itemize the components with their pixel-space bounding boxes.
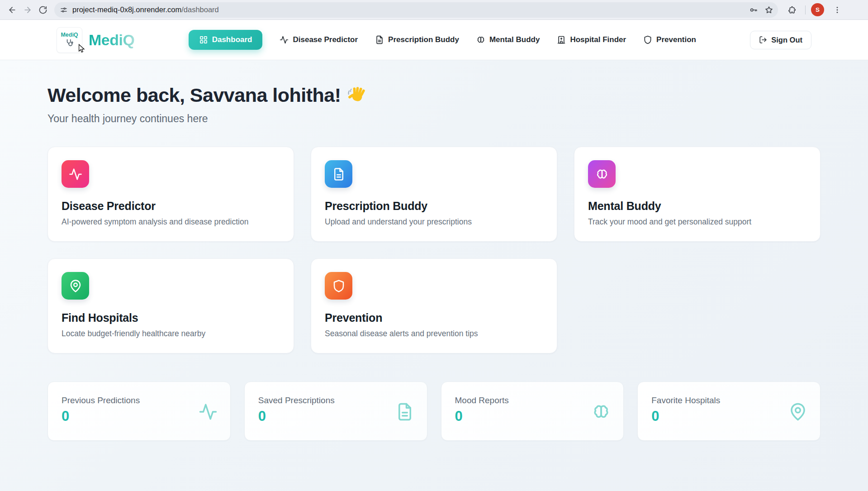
sign-out-label: Sign Out xyxy=(771,36,802,44)
card-title: Find Hospitals xyxy=(62,311,280,324)
nav-item-mental-buddy[interactable]: Mental Buddy xyxy=(476,35,540,44)
stat-mood-reports: Mood Reports 0 xyxy=(441,381,624,441)
file-icon xyxy=(395,402,414,423)
stat-saved-prescriptions: Saved Prescriptions 0 xyxy=(244,381,427,441)
map-pin-icon xyxy=(62,272,89,300)
grid-icon xyxy=(199,35,208,44)
url-domain: project-mediq-0x8j.onrender.com xyxy=(72,5,181,14)
browser-toolbar: project-mediq-0x8j.onrender.com/dashboar… xyxy=(0,0,868,20)
card-description: AI-powered symptom analysis and disease … xyxy=(62,217,280,227)
waving-hand-icon xyxy=(347,86,367,105)
brain-icon xyxy=(476,35,485,44)
mouse-cursor xyxy=(77,43,87,53)
nav-item-hospital-finder[interactable]: Hospital Finder xyxy=(557,35,626,44)
back-button[interactable] xyxy=(5,2,20,18)
card-disease-predictor[interactable]: Disease Predictor AI-powered symptom ana… xyxy=(47,147,294,242)
key-icon xyxy=(749,5,758,14)
feature-grid: Disease Predictor AI-powered symptom ana… xyxy=(47,147,821,353)
card-description: Seasonal disease alerts and prevention t… xyxy=(325,329,543,338)
stat-value: 0 xyxy=(455,408,610,424)
page-title: Welcome back, Savvana lohitha! xyxy=(47,84,821,106)
refresh-icon xyxy=(38,5,47,14)
dashboard-main: Welcome back, Savvana lohitha! Your heal… xyxy=(0,60,868,491)
activity-icon xyxy=(199,402,218,423)
nav-item-dashboard[interactable]: Dashboard xyxy=(189,30,263,50)
nav-label: Disease Predictor xyxy=(293,35,358,44)
stat-label: Saved Prescriptions xyxy=(258,396,413,405)
stat-label: Mood Reports xyxy=(455,396,610,405)
star-icon xyxy=(764,5,773,14)
card-description: Upload and understand your prescriptions xyxy=(325,217,543,227)
stats-grid: Previous Predictions 0 Saved Prescriptio… xyxy=(47,381,821,441)
nav-label: Mental Buddy xyxy=(489,35,540,44)
forward-button[interactable] xyxy=(20,2,35,18)
nav-label: Prescription Buddy xyxy=(388,35,459,44)
brand[interactable]: MediQ MediQ xyxy=(57,27,134,53)
stat-value: 0 xyxy=(651,408,806,424)
activity-icon xyxy=(280,35,289,44)
browser-profile-avatar[interactable]: S xyxy=(811,3,824,16)
forward-icon xyxy=(23,5,32,14)
stat-label: Previous Predictions xyxy=(62,396,217,405)
stat-previous-predictions: Previous Predictions 0 xyxy=(47,381,231,441)
card-title: Prevention xyxy=(325,311,543,324)
card-title: Mental Buddy xyxy=(588,200,806,213)
shield-icon xyxy=(643,35,652,44)
stethoscope-icon xyxy=(65,38,75,48)
nav-item-prevention[interactable]: Prevention xyxy=(643,35,696,44)
card-title: Prescription Buddy xyxy=(325,200,543,213)
toolbar-divider xyxy=(805,5,806,14)
page-subtitle: Your health journey continues here xyxy=(47,113,821,125)
card-description: Track your mood and get personalized sup… xyxy=(588,217,806,227)
puzzle-icon xyxy=(787,5,797,14)
stat-favorite-hospitals: Favorite Hospitals 0 xyxy=(637,381,821,441)
url-path: /dashboard xyxy=(181,5,219,14)
card-prescription-buddy[interactable]: Prescription Buddy Upload and understand… xyxy=(311,147,557,242)
shield-icon xyxy=(325,272,352,300)
stat-value: 0 xyxy=(62,408,217,424)
address-bar[interactable]: project-mediq-0x8j.onrender.com/dashboar… xyxy=(54,2,778,18)
welcome-text: Welcome back, Savvana lohitha! xyxy=(47,84,341,106)
site-settings-button[interactable] xyxy=(60,6,68,14)
logo-text: MediQ xyxy=(61,32,78,38)
refresh-button[interactable] xyxy=(35,2,51,18)
card-mental-buddy[interactable]: Mental Buddy Track your mood and get per… xyxy=(574,147,821,242)
app-navbar: MediQ MediQ Dashboard Disease Predictor … xyxy=(0,20,868,60)
hospital-icon xyxy=(557,35,566,44)
card-prevention[interactable]: Prevention Seasonal disease alerts and p… xyxy=(311,258,557,353)
card-find-hospitals[interactable]: Find Hospitals Locate budget-friendly he… xyxy=(47,258,294,353)
brain-icon xyxy=(592,402,611,423)
file-icon xyxy=(375,35,384,44)
back-icon xyxy=(8,5,17,14)
browser-menu-button[interactable] xyxy=(830,2,845,18)
file-icon xyxy=(325,160,352,188)
extensions-button[interactable] xyxy=(784,2,800,18)
nav-label: Prevention xyxy=(656,35,696,44)
logout-icon xyxy=(759,36,767,44)
nav-label: Dashboard xyxy=(212,35,252,44)
url-text[interactable]: project-mediq-0x8j.onrender.com/dashboar… xyxy=(72,5,745,14)
card-title: Disease Predictor xyxy=(62,200,280,213)
tune-icon xyxy=(60,6,68,14)
nav-item-prescription-buddy[interactable]: Prescription Buddy xyxy=(375,35,459,44)
sign-out-button[interactable]: Sign Out xyxy=(750,31,811,49)
card-description: Locate budget-friendly healthcare nearby xyxy=(62,329,280,338)
nav-item-disease-predictor[interactable]: Disease Predictor xyxy=(280,35,358,44)
stat-label: Favorite Hospitals xyxy=(651,396,806,405)
nav-label: Hospital Finder xyxy=(570,35,626,44)
brain-icon xyxy=(588,160,616,188)
stat-value: 0 xyxy=(258,408,413,424)
nav-links: Dashboard Disease Predictor Prescription… xyxy=(189,30,696,50)
password-manager-button[interactable] xyxy=(749,5,758,14)
three-dots-icon xyxy=(833,5,842,14)
activity-icon xyxy=(62,160,89,188)
map-pin-icon xyxy=(788,402,807,423)
bookmark-button[interactable] xyxy=(764,5,773,14)
brand-wordmark: MediQ xyxy=(89,31,134,49)
